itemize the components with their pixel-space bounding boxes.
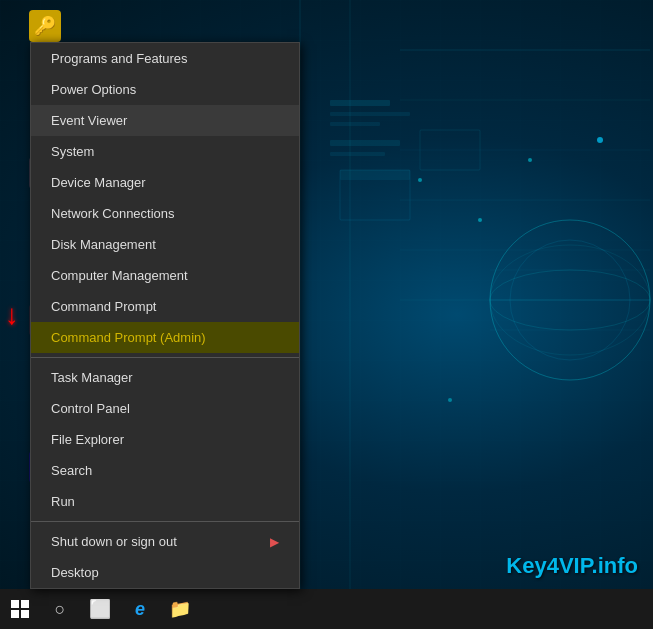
taskbar-edge-icon[interactable]: e xyxy=(120,589,160,629)
menu-item-system[interactable]: System xyxy=(31,136,299,167)
start-icon xyxy=(11,600,29,618)
menu-item-command-prompt[interactable]: Command Prompt xyxy=(31,291,299,322)
svg-rect-24 xyxy=(330,140,400,146)
menu-item-event-viewer[interactable]: Event Viewer xyxy=(31,105,299,136)
svg-point-17 xyxy=(478,218,482,222)
menu-item-power-options[interactable]: Power Options xyxy=(31,74,299,105)
menu-item-network-connections[interactable]: Network Connections xyxy=(31,198,299,229)
menu-item-run[interactable]: Run xyxy=(31,486,299,517)
start-button[interactable] xyxy=(0,589,40,629)
taskbar-folder-icon[interactable]: 📁 xyxy=(160,589,200,629)
menu-item-control-panel[interactable]: Control Panel xyxy=(31,393,299,424)
menu-item-disk-management[interactable]: Disk Management xyxy=(31,229,299,260)
menu-item-desktop[interactable]: Desktop xyxy=(31,557,299,588)
svg-rect-23 xyxy=(330,122,380,126)
menu-item-programs-features[interactable]: Programs and Features xyxy=(31,43,299,74)
context-menu: Programs and Features Power Options Even… xyxy=(30,42,300,589)
menu-item-device-manager[interactable]: Device Manager xyxy=(31,167,299,198)
taskbar-taskview-icon[interactable]: ⬜ xyxy=(80,589,120,629)
menu-item-command-prompt-admin[interactable]: Command Prompt (Admin) xyxy=(31,322,299,353)
menu-divider-2 xyxy=(31,521,299,522)
svg-point-20 xyxy=(448,398,452,402)
svg-point-19 xyxy=(597,137,603,143)
watermark: Key4VIP.info xyxy=(506,553,638,579)
menu-item-shut-down[interactable]: Shut down or sign out ▶ xyxy=(31,526,299,557)
menu-item-search[interactable]: Search xyxy=(31,455,299,486)
menu-item-file-explorer[interactable]: File Explorer xyxy=(31,424,299,455)
menu-divider-1 xyxy=(31,357,299,358)
desktop: 🔑 Key 💻 Comp G Gh N N ↓ Programs and Fea… xyxy=(0,0,653,629)
menu-item-task-manager[interactable]: Task Manager xyxy=(31,362,299,393)
menu-item-computer-management[interactable]: Computer Management xyxy=(31,260,299,291)
svg-rect-25 xyxy=(330,152,385,156)
svg-point-16 xyxy=(418,178,422,182)
taskbar: ○ ⬜ e 📁 xyxy=(0,589,653,629)
svg-rect-27 xyxy=(340,170,410,180)
svg-rect-22 xyxy=(330,112,410,116)
submenu-arrow-icon: ▶ xyxy=(270,535,279,549)
svg-rect-21 xyxy=(330,100,390,106)
red-arrow-indicator: ↓ xyxy=(5,299,19,331)
svg-point-18 xyxy=(528,158,532,162)
taskbar-search-icon[interactable]: ○ xyxy=(40,589,80,629)
